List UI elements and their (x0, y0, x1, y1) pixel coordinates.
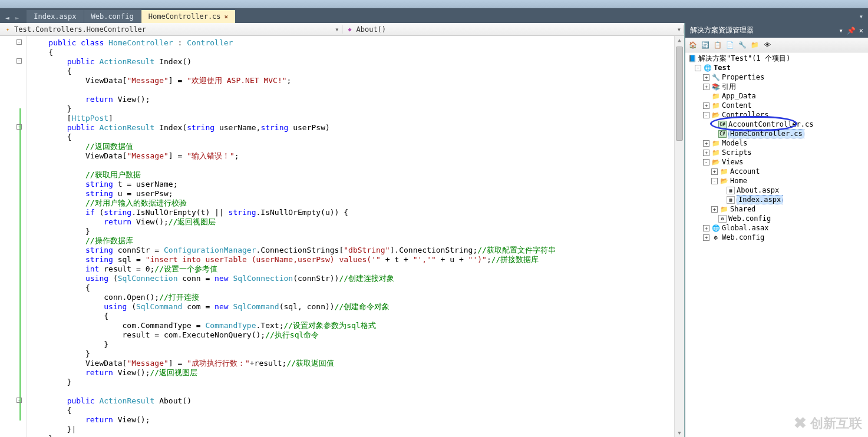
tree-item-scripts[interactable]: + 📁 Scripts (688, 148, 866, 157)
expand-toggle[interactable]: + (703, 84, 709, 90)
panel-title-bar[interactable]: 解决方案资源管理器 ▾ 📌 × (685, 23, 868, 38)
expand-toggle[interactable]: + (703, 74, 709, 81)
node-label: Test (714, 64, 731, 72)
tab-label: Web.config (91, 12, 134, 21)
member-name: About() (357, 25, 387, 34)
folder-icon: 📂 (711, 111, 720, 119)
tree-item-views-account[interactable]: + 📁 Account (688, 167, 866, 176)
chevron-down-icon: ▾ (677, 25, 681, 34)
refresh-icon[interactable]: 🔄 (700, 39, 711, 50)
panel-menu-icon[interactable]: ▾ (839, 27, 843, 35)
fold-toggle[interactable]: - (16, 39, 22, 45)
sync-icon[interactable]: 📋 (712, 39, 723, 50)
expand-toggle[interactable]: + (703, 225, 709, 231)
expand-toggle[interactable]: - (703, 159, 709, 165)
nav-back-icon[interactable]: ◄ (2, 13, 12, 23)
folder-icon: 📁 (711, 101, 720, 110)
aspx-file-icon: ▦ (727, 187, 735, 194)
node-label: Global.asax (722, 224, 768, 232)
fold-toggle[interactable]: - (16, 124, 22, 130)
tree-item-globalasax[interactable]: + 🌐 Global.asax (688, 223, 866, 233)
expand-toggle[interactable]: + (711, 168, 718, 175)
node-label: 解决方案"Test"(1 个项目) (698, 54, 790, 64)
code-body[interactable]: public class HomeController : Controller… (27, 36, 674, 437)
expand-toggle[interactable]: + (711, 206, 718, 213)
project-node[interactable]: - 🌐 Test (688, 63, 866, 72)
fold-toggle[interactable]: - (16, 58, 22, 64)
close-icon[interactable]: × (859, 27, 863, 35)
document-tabs: ◄ ► Index.aspx Web.config HomeController… (0, 8, 868, 23)
node-label: Controllers (722, 111, 768, 119)
node-label: Web.config (728, 214, 771, 223)
tab-web-config[interactable]: Web.config (84, 10, 141, 23)
tree-item-views-shared[interactable]: + 📁 Shared (688, 204, 866, 214)
solution-icon: 📘 (688, 54, 697, 62)
solution-node[interactable]: 📘 解决方案"Test"(1 个项目) (688, 54, 866, 63)
tree-item-references[interactable]: + 📚 引用 (688, 82, 866, 91)
node-label: App_Data (722, 92, 756, 100)
expand-toggle[interactable]: + (703, 140, 709, 147)
node-label: Account (730, 167, 760, 176)
member-selector[interactable]: ◆ About() ▾ (342, 25, 685, 34)
expand-toggle[interactable]: - (711, 178, 718, 184)
scroll-down-icon[interactable]: ▼ (675, 430, 684, 436)
fold-toggle[interactable]: - (16, 398, 22, 403)
watermark-text: 创新互联 (810, 415, 862, 432)
class-selector[interactable]: ✦ Test.Controllers.HomeController ▾ (0, 25, 342, 34)
tab-index-aspx[interactable]: Index.aspx (27, 10, 83, 23)
scroll-up-icon[interactable]: ▲ (675, 36, 684, 43)
tree-item-accountcontroller[interactable]: C# AccountController.cs (688, 120, 866, 129)
expand-toggle[interactable]: + (703, 234, 709, 241)
expand-toggle[interactable]: - (703, 112, 709, 118)
tab-homecontroller[interactable]: HomeController.cs × (141, 10, 235, 23)
tree-item-views-home[interactable]: - 📂 Home (688, 176, 866, 186)
node-label: Web.config (722, 233, 764, 241)
scroll-thumb[interactable] (676, 47, 683, 141)
tree-item-content[interactable]: + 📁 Content (688, 101, 866, 110)
tree-item-models[interactable]: + 📁 Models (688, 138, 866, 148)
tab-overflow-icon[interactable]: ▾ (854, 10, 868, 23)
node-label: Scripts (722, 148, 752, 157)
expand-toggle[interactable]: + (703, 102, 709, 109)
tree-item-controllers[interactable]: - 📂 Controllers (688, 110, 866, 120)
tree-item-about-aspx[interactable]: ▦ About.aspx (688, 186, 866, 195)
show-all-icon[interactable]: 📁 (750, 39, 760, 50)
tree-item-views-webconfig[interactable]: ⚙ Web.config (688, 214, 866, 223)
collapse-icon[interactable]: 📄 (725, 39, 735, 50)
nav-fwd-icon[interactable]: ► (12, 13, 22, 23)
tab-label: Index.aspx (34, 12, 76, 21)
csharp-file-icon: C# (718, 121, 727, 128)
config-file-icon: ⚙ (718, 215, 727, 223)
view-icon[interactable]: 👁 (762, 39, 773, 50)
pin-icon[interactable]: 📌 (847, 27, 856, 35)
tree-item-appdata[interactable]: 📁 App_Data (688, 91, 866, 101)
node-label: AccountController.cs (728, 120, 814, 128)
node-label: Properties (722, 73, 764, 81)
editor-gutter: - - - - (0, 36, 27, 437)
asax-file-icon: 🌐 (711, 224, 720, 232)
expand-toggle[interactable]: - (695, 65, 701, 71)
tab-label: HomeController.cs (148, 12, 221, 21)
solution-explorer: 解决方案资源管理器 ▾ 📌 × 🏠 🔄 📋 📄 🔧 📁 👁 📘 解决方案"Tes… (685, 23, 868, 437)
node-label: Models (722, 139, 747, 147)
tree-item-index-aspx[interactable]: ▦ Index.aspx (688, 195, 866, 204)
folder-icon: 📁 (720, 167, 728, 176)
folder-icon: 📁 (711, 92, 720, 100)
solution-tree[interactable]: 📘 解决方案"Test"(1 个项目) - 🌐 Test + 🔧 Propert… (685, 52, 868, 437)
close-icon[interactable]: × (225, 13, 229, 21)
tree-item-homecontroller[interactable]: C# HomeController.cs (688, 129, 866, 138)
expand-toggle[interactable]: + (703, 150, 709, 156)
node-label: Views (722, 158, 743, 166)
watermark-logo-icon: ✖ (794, 414, 807, 432)
node-label: Index.aspx (737, 195, 783, 204)
tree-item-properties[interactable]: + 🔧 Properties (688, 72, 866, 82)
editor-column: ✦ Test.Controllers.HomeController ▾ ◆ Ab… (0, 23, 685, 437)
tree-item-webconfig[interactable]: + ⚙ Web.config (688, 233, 866, 242)
folder-icon: 📂 (720, 177, 728, 185)
properties-icon[interactable]: 🔧 (737, 39, 748, 50)
vertical-scrollbar[interactable]: ▲ ▼ (674, 36, 684, 437)
home-icon[interactable]: 🏠 (688, 39, 698, 50)
tree-item-views[interactable]: - 📂 Views (688, 157, 866, 167)
code-text[interactable]: public class HomeController : Controller… (27, 36, 674, 437)
panel-title-text: 解决方案资源管理器 (690, 25, 754, 35)
